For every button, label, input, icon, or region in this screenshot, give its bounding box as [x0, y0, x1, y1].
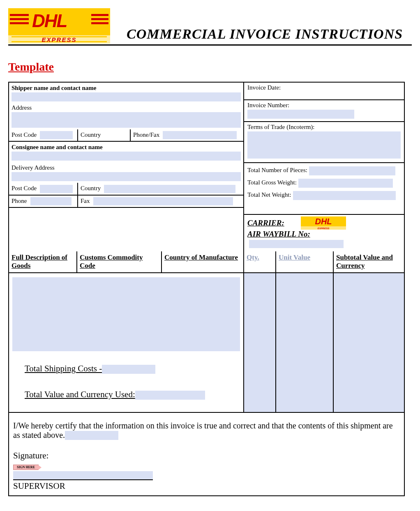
signature-label: Signature:	[13, 451, 400, 461]
dhl-logo-icon: DHL EXPRESS	[8, 8, 110, 44]
consignee-phone-label: Phone	[12, 198, 27, 204]
total-shipping-label: Total Shipping Costs -	[25, 364, 102, 373]
invoice-date-label: Invoice Date:	[247, 84, 401, 91]
total-value-input[interactable]	[135, 391, 205, 400]
pieces-label: Total Number of Pieces:	[247, 167, 307, 173]
pieces-input[interactable]	[309, 166, 395, 175]
dhl-express-text: EXPRESS	[42, 36, 77, 43]
total-value-line: Total Value and Currency Used:	[25, 389, 240, 400]
description-input[interactable]	[12, 277, 240, 351]
dhl-mini-logo-icon: DHL EXPRESS	[301, 216, 346, 230]
certification-block: I/We hereby certify that the information…	[9, 413, 404, 495]
invoice-number-input[interactable]	[247, 110, 354, 119]
consignee-country-input[interactable]	[104, 185, 235, 193]
qty-input-col[interactable]	[244, 273, 276, 412]
delivery-address-input[interactable]	[12, 172, 241, 181]
col-unit: Unit Value	[276, 251, 334, 272]
invoice-number-label: Invoice Number:	[247, 102, 401, 109]
shipper-postcode-label: Post Code	[12, 131, 37, 138]
subtotal-input-col[interactable]	[334, 273, 404, 412]
net-input[interactable]	[293, 191, 396, 200]
terms-label: Terms of Trade (Incoterm):	[247, 124, 401, 131]
svg-text:DHL: DHL	[32, 11, 67, 31]
svg-rect-6	[91, 22, 108, 24]
awb-line: AIR WAYBILL No:	[247, 230, 401, 248]
consignee-postcode-label: Post Code	[12, 185, 37, 191]
page-header: DHL EXPRESS COMMERCIAL INVOICE INSTRUCTI…	[8, 8, 412, 46]
net-label: Total Net Weight:	[247, 191, 291, 198]
invoice-form: Shipper name and contact name Address Po…	[8, 82, 405, 496]
consignee-postcode-input[interactable]	[40, 185, 73, 193]
awb-label: AIR WAYBILL No:	[247, 230, 310, 238]
total-value-label: Total Value and Currency Used:	[25, 389, 135, 399]
col-qty: Qty.	[244, 251, 276, 272]
shipper-name-input[interactable]	[12, 92, 241, 101]
col-country: Country of Manufacture	[162, 251, 244, 272]
svg-rect-5	[91, 18, 108, 20]
shipper-address-label: Address	[12, 104, 32, 111]
total-shipping-input[interactable]	[102, 365, 155, 374]
consignee-country-label: Country	[81, 185, 101, 191]
col-subtotal: Subtotal Value and Currency	[334, 251, 404, 272]
shipper-postcode-input[interactable]	[40, 131, 73, 139]
consignee-fax-input[interactable]	[93, 197, 233, 205]
svg-rect-1	[10, 14, 29, 16]
gross-label: Total Gross Weight:	[247, 179, 297, 186]
shipper-country-label: Country	[81, 131, 101, 138]
svg-rect-2	[10, 18, 29, 20]
signature-input[interactable]	[13, 471, 153, 480]
svg-text:EXPRESS: EXPRESS	[318, 227, 329, 230]
consignee-name-input[interactable]	[12, 152, 241, 161]
template-link[interactable]: Template	[8, 60, 54, 74]
svg-rect-3	[10, 22, 29, 24]
carrier-line: CARRIER: DHL EXPRESS	[247, 216, 401, 230]
total-shipping-line: Total Shipping Costs -	[25, 364, 240, 374]
shipper-phonefax-label: Phone/Fax	[133, 131, 159, 138]
carrier-label: CARRIER:	[247, 219, 284, 228]
shipper-phonefax-input[interactable]	[163, 131, 237, 139]
items-header: Full Description of Goods Customs Commod…	[9, 251, 404, 273]
delivery-address-label: Delivery Address	[12, 164, 55, 171]
col-commodity: Customs Commodity Code	[77, 251, 162, 272]
shipper-address-input[interactable]	[12, 112, 241, 128]
awb-input[interactable]	[249, 240, 344, 248]
items-body: Total Shipping Costs - Total Value and C…	[9, 273, 404, 413]
certification-fill[interactable]	[65, 431, 118, 440]
consignee-phone-input[interactable]	[30, 197, 72, 205]
consignee-fax-label: Fax	[81, 198, 90, 204]
svg-text:DHL: DHL	[315, 217, 332, 226]
sign-here-tag[interactable]: SIGN HERE	[13, 465, 39, 470]
gross-input[interactable]	[298, 179, 393, 188]
shipper-name-label: Shipper name and contact name	[12, 85, 96, 91]
consignee-name-label: Consignee name and contact name	[12, 144, 103, 150]
unit-value-input-col[interactable]	[276, 273, 334, 412]
terms-input[interactable]	[247, 131, 401, 159]
svg-rect-4	[91, 14, 108, 16]
supervisor-label: SUPERVISOR	[13, 481, 400, 491]
page-title: COMMERCIAL INVOICE INSTRUCTIONS	[127, 26, 412, 44]
col-description: Full Description of Goods	[9, 251, 77, 272]
dhl-logo: DHL EXPRESS	[8, 8, 110, 44]
